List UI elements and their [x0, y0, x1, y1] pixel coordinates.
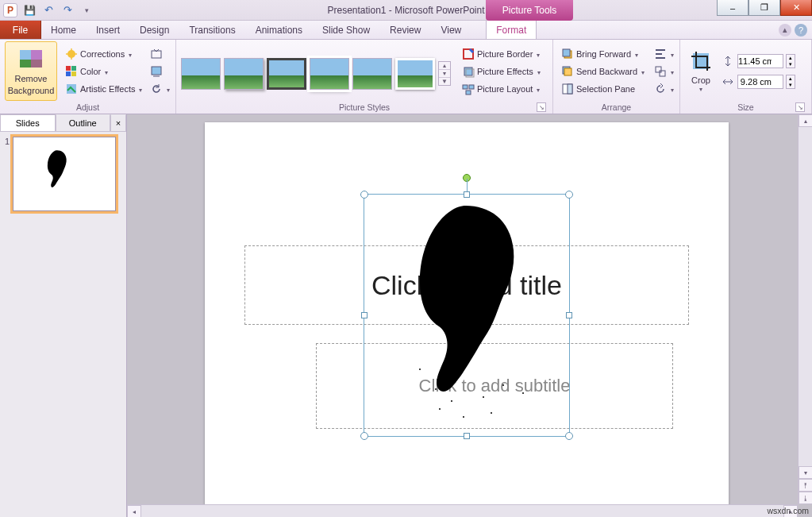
handle-nw[interactable]: [360, 191, 368, 199]
group-arrange: Bring Forward Send Backward Selection Pa…: [553, 40, 680, 114]
gallery-scroll[interactable]: ▴ ▾ ▼: [438, 61, 451, 86]
close-button[interactable]: ✕: [780, 0, 812, 16]
selection-pane-button[interactable]: Selection Pane: [558, 80, 648, 98]
minimize-button[interactable]: –: [717, 0, 749, 16]
style-preset-4[interactable]: [310, 58, 349, 90]
tab-slideshow[interactable]: Slide Show: [313, 21, 380, 39]
artistic-effects-button[interactable]: Artistic Effects: [62, 80, 145, 98]
crop-button[interactable]: Crop ▾: [685, 41, 717, 101]
tab-file[interactable]: File: [0, 21, 41, 39]
title-bar: P 💾 ↶ ↷ ▾ Presentation1 - Microsoft Powe…: [0, 0, 812, 21]
scroll-left-icon[interactable]: ◂: [127, 505, 141, 517]
gallery-up-icon[interactable]: ▴: [439, 62, 450, 70]
send-backward-label: Send Backward: [576, 67, 637, 76]
picture-content: [364, 195, 571, 438]
crop-label: Crop: [691, 75, 710, 85]
redo-button[interactable]: ↷: [59, 2, 76, 18]
horizontal-scrollbar[interactable]: ◂ ▸: [127, 504, 798, 517]
picture-style-gallery[interactable]: ▴ ▾ ▼: [181, 41, 451, 101]
picture-border-icon: [462, 48, 475, 60]
tab-design[interactable]: Design: [130, 21, 179, 39]
handle-e[interactable]: [566, 312, 572, 318]
slide-canvas[interactable]: Click to add title Click to add subtitle: [127, 114, 812, 517]
scroll-down-icon[interactable]: ▾: [799, 466, 812, 479]
svg-point-27: [435, 388, 437, 390]
color-button[interactable]: Color: [62, 63, 145, 80]
corrections-button[interactable]: Corrections: [62, 45, 145, 63]
picture-effects-button[interactable]: Picture Effects: [459, 63, 544, 80]
align-button[interactable]: [652, 45, 670, 63]
tab-home[interactable]: Home: [41, 21, 87, 39]
undo-button[interactable]: ↶: [40, 2, 57, 18]
picture-layout-button[interactable]: Picture Layout: [459, 80, 544, 98]
handle-n[interactable]: [464, 191, 470, 198]
redo-icon: ↷: [63, 4, 72, 16]
picture-effects-label: Picture Effects: [477, 67, 533, 76]
send-backward-button[interactable]: Send Backward: [558, 63, 648, 80]
reset-picture-button[interactable]: [150, 80, 166, 98]
qat-customize-button[interactable]: ▾: [78, 2, 95, 18]
tab-outline-panel[interactable]: Outline: [56, 114, 111, 131]
bring-forward-button[interactable]: Bring Forward: [558, 45, 648, 63]
chevron-down-icon: ▾: [85, 6, 89, 14]
compress-pictures-button[interactable]: [150, 45, 166, 63]
height-spinner[interactable]: ▴▾: [786, 54, 795, 68]
help-icon[interactable]: ?: [795, 24, 807, 37]
style-preset-2[interactable]: [224, 58, 264, 90]
maximize-button[interactable]: ❐: [749, 0, 780, 16]
remove-bg-label-2: Background: [8, 86, 55, 95]
tab-insert[interactable]: Insert: [87, 21, 130, 39]
selected-picture[interactable]: [364, 194, 570, 437]
quick-access-toolbar: P 💾 ↶ ↷ ▾: [0, 2, 95, 18]
thumbnail-list: 1: [0, 132, 126, 216]
width-spinner[interactable]: ▴▾: [786, 75, 795, 89]
rotate-button[interactable]: [652, 80, 670, 98]
svg-point-32: [463, 416, 464, 418]
group-arrange-label: Arrange: [558, 101, 675, 114]
width-icon: [722, 75, 734, 88]
prev-slide-icon[interactable]: ⭱: [799, 479, 812, 492]
svg-point-26: [419, 368, 421, 370]
selection-pane-label: Selection Pane: [576, 84, 635, 94]
styles-launcher-icon[interactable]: ↘: [537, 102, 546, 112]
maximize-icon: ❐: [760, 2, 768, 13]
save-button[interactable]: 💾: [21, 2, 38, 18]
width-input[interactable]: [737, 75, 783, 89]
size-launcher-icon[interactable]: ↘: [795, 102, 805, 112]
style-preset-3[interactable]: [267, 58, 306, 90]
change-picture-button[interactable]: [150, 63, 166, 80]
slide[interactable]: Click to add title Click to add subtitle: [205, 122, 729, 511]
remove-background-button[interactable]: Remove Background: [5, 41, 57, 101]
tab-transitions[interactable]: Transitions: [179, 21, 245, 39]
handle-ne[interactable]: [565, 191, 573, 199]
tab-animations[interactable]: Animations: [246, 21, 313, 39]
slide-thumbnail-1[interactable]: [13, 137, 116, 211]
gallery-down-icon[interactable]: ▾: [439, 70, 450, 78]
gallery-more-icon[interactable]: ▼: [439, 78, 450, 85]
style-preset-5[interactable]: [352, 58, 392, 90]
panel-close-button[interactable]: ×: [110, 114, 126, 131]
tab-format[interactable]: Format: [486, 21, 537, 39]
compress-icon: [150, 48, 163, 60]
next-slide-icon[interactable]: ⭳: [799, 492, 812, 504]
handle-w[interactable]: [361, 312, 368, 318]
crop-icon: [688, 48, 714, 74]
group-picture-styles: ▴ ▾ ▼ Picture Border Picture Effects Pic…: [176, 40, 553, 114]
tab-review[interactable]: Review: [380, 21, 431, 39]
ribbon-minimize-button[interactable]: ▴: [779, 24, 791, 37]
tab-slides-panel[interactable]: Slides: [0, 114, 56, 131]
handle-sw[interactable]: [360, 432, 368, 440]
send-backward-icon: [561, 65, 574, 78]
app-menu-icon[interactable]: P: [2, 2, 19, 18]
group-objects-button[interactable]: [652, 63, 670, 80]
vertical-scrollbar[interactable]: ▴ ▾ ⭱ ⭳: [798, 114, 812, 504]
height-input[interactable]: [737, 54, 783, 68]
picture-border-button[interactable]: Picture Border: [459, 45, 544, 63]
tab-view[interactable]: View: [431, 21, 471, 39]
style-preset-6[interactable]: [395, 58, 435, 90]
handle-se[interactable]: [565, 432, 573, 440]
style-preset-1[interactable]: [181, 58, 221, 90]
handle-s[interactable]: [464, 433, 470, 439]
scroll-up-icon[interactable]: ▴: [799, 114, 812, 127]
contextual-tab-label: Picture Tools: [486, 0, 573, 21]
